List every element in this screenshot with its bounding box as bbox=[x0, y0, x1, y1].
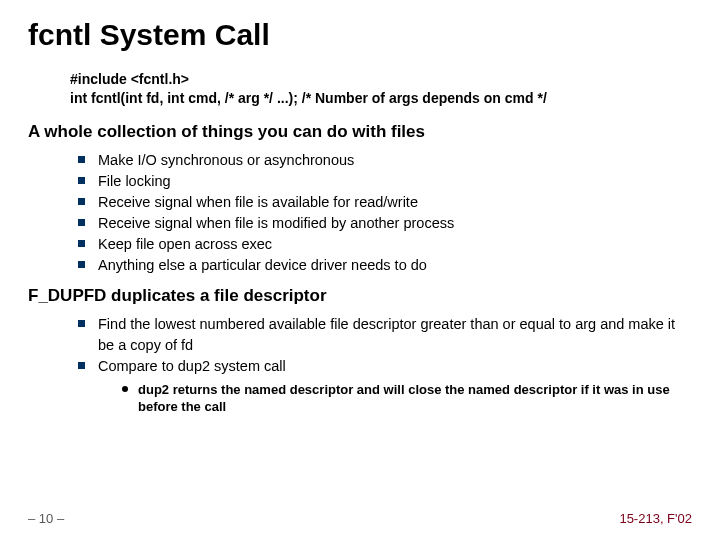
course-code: 15-213, F'02 bbox=[619, 511, 692, 526]
code-block: #include <fcntl.h> int fcntl(int fd, int… bbox=[70, 70, 692, 108]
code-line-2: int fcntl(int fd, int cmd, /* arg */ ...… bbox=[70, 89, 692, 108]
list-item: Receive signal when file is available fo… bbox=[78, 192, 692, 213]
list-item-label: Compare to dup2 system call bbox=[98, 358, 286, 374]
section-heading-1: A whole collection of things you can do … bbox=[28, 122, 692, 142]
section2-list: Find the lowest numbered available file … bbox=[78, 314, 692, 416]
list-item: Receive signal when file is modified by … bbox=[78, 213, 692, 234]
list-item: Anything else a particular device driver… bbox=[78, 255, 692, 276]
sub-list-item: dup2 returns the named descriptor and wi… bbox=[122, 381, 692, 416]
list-item: Compare to dup2 system call dup2 returns… bbox=[78, 356, 692, 416]
section-heading-2: F_DUPFD duplicates a file descriptor bbox=[28, 286, 692, 306]
section1-list: Make I/O synchronous or asynchronous Fil… bbox=[78, 150, 692, 276]
list-item: Keep file open across exec bbox=[78, 234, 692, 255]
section2-sublist: dup2 returns the named descriptor and wi… bbox=[122, 381, 692, 416]
code-line-1: #include <fcntl.h> bbox=[70, 70, 692, 89]
page-number: – 10 – bbox=[28, 511, 64, 526]
list-item: Make I/O synchronous or asynchronous bbox=[78, 150, 692, 171]
slide-title: fcntl System Call bbox=[28, 18, 692, 52]
list-item: File locking bbox=[78, 171, 692, 192]
slide-footer: – 10 – 15-213, F'02 bbox=[28, 511, 692, 526]
list-item: Find the lowest numbered available file … bbox=[78, 314, 692, 356]
